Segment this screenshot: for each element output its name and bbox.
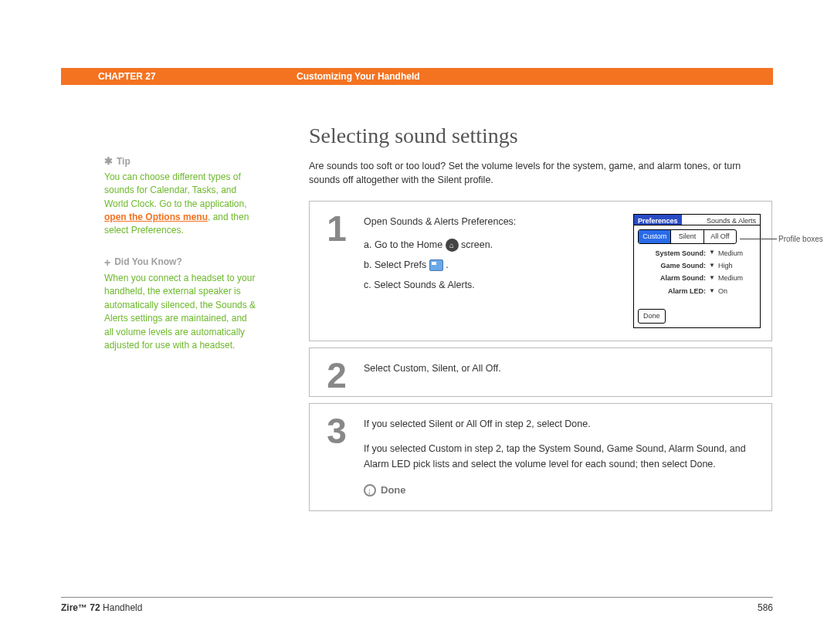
- tip-label-row: ✱ Tip: [104, 154, 259, 169]
- step-1c: c. Select Sounds & Alerts.: [364, 277, 619, 293]
- dyk-label: Did You Know?: [114, 256, 182, 269]
- tip-text: You can choose different types of sounds…: [104, 171, 259, 238]
- page-number: 586: [758, 602, 773, 613]
- chevron-down-icon[interactable]: ▼: [709, 261, 715, 271]
- pref-title-left: Preferences: [634, 215, 682, 225]
- tab-custom[interactable]: Custom: [639, 230, 671, 242]
- tip-link[interactable]: open the Options menu: [104, 212, 208, 222]
- chapter-title: Customizing Your Handheld: [297, 71, 420, 82]
- prefs-icon: [429, 259, 443, 271]
- main-content: Selecting sound settings Are sounds too …: [309, 124, 772, 517]
- callout-label: Profile boxes: [778, 233, 823, 246]
- chevron-down-icon[interactable]: ▼: [709, 273, 715, 283]
- plus-icon: +: [104, 255, 110, 270]
- step-3-body: If you selected Silent or All Off in ste…: [364, 404, 771, 511]
- tab-all-off[interactable]: All Off: [704, 230, 736, 242]
- chevron-down-icon[interactable]: ▼: [709, 286, 715, 297]
- header-bar: CHAPTER 27 Customizing Your Handheld: [61, 68, 773, 85]
- product-name: Zire™ 72 Handheld: [61, 602, 142, 613]
- pref-titlebar: Preferences Sounds & Alerts: [634, 215, 760, 225]
- home-icon: ⌂: [446, 239, 459, 252]
- done-arrow-icon: [364, 484, 376, 497]
- setting-row: Alarm Sound: ▼ Medium: [639, 273, 755, 283]
- setting-row: System Sound: ▼ Medium: [639, 248, 755, 259]
- done-row: Done: [364, 483, 761, 499]
- step-3-p1: If you selected Silent or All Off in ste…: [364, 416, 761, 432]
- sidebar: ✱ Tip You can choose different types of …: [104, 154, 259, 369]
- step-2-number: 2: [310, 348, 364, 396]
- settings-list: System Sound: ▼ Medium Game Sound: ▼ Hig…: [634, 248, 760, 303]
- setting-row: Alarm LED: ▼ On: [639, 286, 755, 297]
- pref-done-button[interactable]: Done: [638, 309, 666, 323]
- step-1a: a. Go to the Home ⌂ screen.: [364, 237, 619, 253]
- step-1-lead: Open Sounds & Alerts Preferences:: [364, 214, 619, 229]
- dyk-text: When you connect a headset to your handh…: [104, 272, 259, 352]
- intro-text: Are sounds too soft or too loud? Set the…: [309, 159, 772, 187]
- step-1-text: Open Sounds & Alerts Preferences: a. Go …: [364, 214, 619, 327]
- preferences-screenshot: Preferences Sounds & Alerts Custom Silen…: [633, 214, 761, 327]
- step-1b: b. Select Prefs .: [364, 257, 619, 273]
- step-3-number: 3: [310, 404, 364, 511]
- chevron-down-icon[interactable]: ▼: [709, 248, 715, 258]
- star-icon: ✱: [104, 154, 113, 169]
- did-you-know-block: + Did You Know? When you connect a heads…: [104, 255, 259, 353]
- tip-block: ✱ Tip You can choose different types of …: [104, 154, 259, 238]
- setting-row: Game Sound: ▼ High: [639, 260, 755, 271]
- done-label: Done: [381, 483, 406, 499]
- pref-title-right: Sounds & Alerts: [682, 215, 760, 225]
- callout-line: [740, 239, 777, 239]
- step-2-text: Select Custom, Silent, or All Off.: [364, 348, 771, 396]
- chapter-label: CHAPTER 27: [61, 71, 297, 82]
- tab-silent[interactable]: Silent: [671, 230, 703, 242]
- tip-label: Tip: [117, 155, 131, 168]
- tip-text-before: You can choose different types of sounds…: [104, 171, 247, 209]
- step-1: 1 Open Sounds & Alerts Preferences: a. G…: [309, 201, 772, 341]
- step-3-p2: If you selected Custom in step 2, tap th…: [364, 441, 761, 472]
- dyk-label-row: + Did You Know?: [104, 255, 259, 270]
- footer: Zire™ 72 Handheld 586: [61, 597, 773, 613]
- page-heading: Selecting sound settings: [309, 124, 772, 148]
- step-3: 3 If you selected Silent or All Off in s…: [309, 403, 772, 512]
- profile-tabs: Custom Silent All Off: [638, 229, 737, 243]
- step-1-number: 1: [310, 202, 364, 340]
- step-2: 2 Select Custom, Silent, or All Off.: [309, 347, 772, 397]
